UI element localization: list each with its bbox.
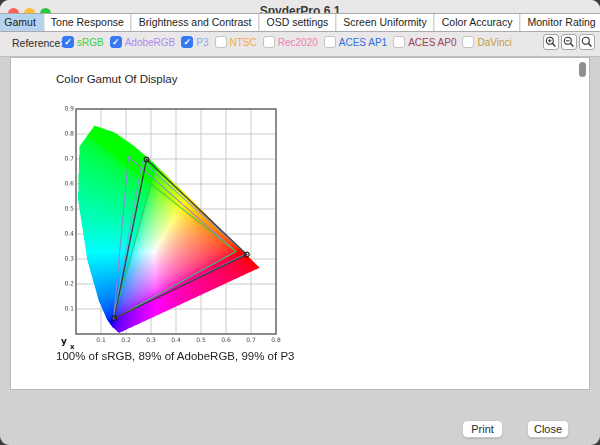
checkbox-adobergb[interactable] [110, 36, 122, 48]
zoom-in-button[interactable] [543, 34, 559, 50]
checkbox-srgb[interactable] [62, 36, 74, 48]
checkbox-aces-ap0[interactable] [393, 36, 405, 48]
tab-color-accuracy[interactable]: Color Accuracy [434, 14, 520, 31]
reference-option-p3[interactable]: P3 [181, 36, 208, 48]
close-button[interactable]: Close [527, 420, 569, 438]
checkbox-p3[interactable] [181, 36, 193, 48]
zoom-toolbar [543, 34, 595, 50]
tab-brightness-and-contrast[interactable]: Brightness and Contrast [131, 14, 259, 31]
reference-option-aces-ap1[interactable]: ACES AP1 [324, 36, 387, 48]
zoom-out-icon [563, 36, 575, 48]
titlebar: SpyderPro 6.1 Gamut Tone Response Bright… [0, 0, 600, 57]
checkbox-rec2020-label: Rec2020 [278, 37, 318, 48]
checkbox-davinci[interactable] [462, 36, 474, 48]
checkbox-davinci-label: DaVinci [477, 37, 511, 48]
gamut-chart[interactable] [53, 101, 283, 357]
checkbox-srgb-label: sRGB [77, 37, 104, 48]
gamut-coverage-caption: 100% of sRGB, 89% of AdobeRGB, 99% of P3 [56, 350, 294, 362]
reference-option-ntsc[interactable]: NTSC [215, 36, 257, 48]
tab-tone-response[interactable]: Tone Response [43, 14, 131, 31]
reference-option-aces-ap0[interactable]: ACES AP0 [393, 36, 456, 48]
tab-screen-uniformity[interactable]: Screen Uniformity [335, 14, 433, 31]
vertical-scrollbar[interactable] [577, 59, 588, 388]
reference-option-adobergb[interactable]: AdobeRGB [110, 36, 176, 48]
zoom-out-button[interactable] [561, 34, 577, 50]
zoom-in-icon [545, 36, 557, 48]
reference-label: Reference: [12, 37, 63, 49]
reference-options: sRGB AdobeRGB P3 NTSC Rec2020 ACES AP1 [62, 34, 512, 50]
zoom-reset-button[interactable] [579, 34, 595, 50]
checkbox-adobergb-label: AdobeRGB [125, 37, 176, 48]
checkbox-p3-label: P3 [196, 37, 208, 48]
checkbox-rec2020[interactable] [263, 36, 275, 48]
checkbox-aces-ap1-label: ACES AP1 [339, 37, 387, 48]
checkbox-ntsc-label: NTSC [230, 37, 257, 48]
tab-bar: Gamut Tone Response Brightness and Contr… [0, 13, 600, 32]
chart-title: Color Gamut Of Display [56, 73, 177, 85]
reference-option-srgb[interactable]: sRGB [62, 36, 104, 48]
tab-osd-settings[interactable]: OSD settings [258, 14, 335, 31]
app-window: SpyderPro 6.1 Gamut Tone Response Bright… [0, 0, 600, 445]
print-button[interactable]: Print [462, 420, 503, 438]
checkbox-aces-ap0-label: ACES AP0 [408, 37, 456, 48]
checkbox-ntsc[interactable] [215, 36, 227, 48]
magnifier-icon [581, 36, 593, 48]
checkbox-aces-ap1[interactable] [324, 36, 336, 48]
content-panel: Color Gamut Of Display 100% of sRGB, 89%… [10, 57, 590, 390]
tab-monitor-rating[interactable]: Monitor Rating [519, 14, 600, 31]
reference-option-davinci[interactable]: DaVinci [462, 36, 511, 48]
scrollbar-thumb[interactable] [579, 62, 586, 77]
tab-gamut[interactable]: Gamut [0, 14, 43, 31]
reference-option-rec2020[interactable]: Rec2020 [263, 36, 318, 48]
